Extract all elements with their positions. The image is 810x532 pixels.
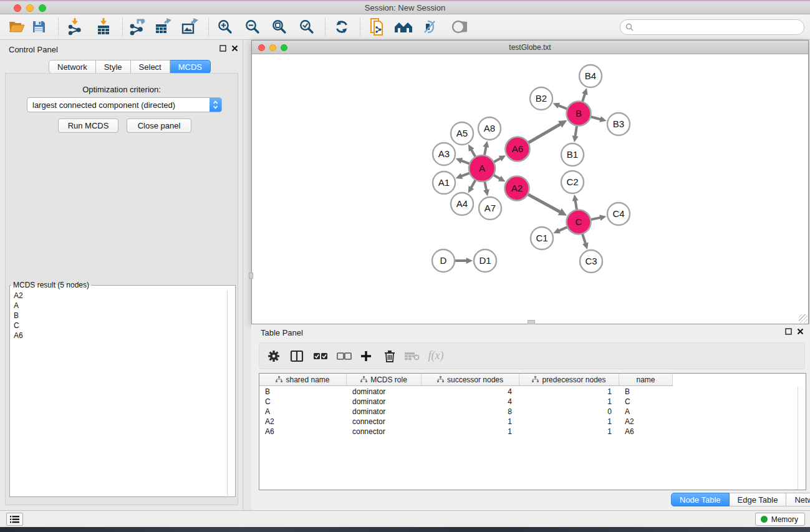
graph-node-A[interactable]: A <box>469 155 495 181</box>
edge-B-B4[interactable] <box>582 93 586 102</box>
graph-node-D[interactable]: D <box>432 249 455 272</box>
network-window-titlebar[interactable]: testGlobe.txt <box>252 41 808 54</box>
refresh-view-button[interactable] <box>331 16 352 37</box>
result-item[interactable]: A2 <box>11 291 227 301</box>
graph-node-C2[interactable]: C2 <box>561 171 584 193</box>
open-session-button[interactable] <box>6 16 27 37</box>
edge-C-C2[interactable] <box>575 200 577 210</box>
save-session-button[interactable] <box>28 16 49 37</box>
mcds-result-list[interactable]: A2ABCA6 <box>11 291 227 496</box>
graph-node-B2[interactable]: B2 <box>530 87 552 110</box>
network-view-window[interactable]: testGlobe.txt AA1A2A3A4A5A6A7A8BB1B2B3B4… <box>251 40 809 324</box>
table-tab-network-table[interactable]: Network Table <box>786 493 810 506</box>
result-item[interactable]: A <box>11 301 227 311</box>
zoom-window-button[interactable] <box>39 4 46 12</box>
table-settings-button[interactable] <box>264 346 283 367</box>
graph-node-B4[interactable]: B4 <box>579 65 602 87</box>
task-history-button[interactable] <box>6 513 23 526</box>
graph-node-A1[interactable]: A1 <box>433 172 455 194</box>
network-graph[interactable]: AA1A2A3A4A5A6A7A8BB1B2B3B4CC1C2C3C4DD1 <box>252 55 808 324</box>
zoom-in-button[interactable] <box>215 16 236 37</box>
show-columns-button[interactable] <box>287 346 306 367</box>
tab-network[interactable]: Network <box>49 60 96 74</box>
graph-node-A2[interactable]: A2 <box>505 177 529 201</box>
splitter-handle-horizontal[interactable] <box>528 320 535 324</box>
result-item[interactable]: B <box>11 311 227 321</box>
close-panel-icon[interactable] <box>231 45 238 52</box>
column-header-MCDS-role[interactable]: MCDS role <box>347 374 422 386</box>
memory-button[interactable]: Memory <box>755 513 805 526</box>
table-row[interactable]: Adominator80A <box>259 407 797 417</box>
select-stepper[interactable] <box>210 98 221 112</box>
show-details-button[interactable] <box>448 16 469 37</box>
export-table-button[interactable] <box>152 16 173 37</box>
edge-A-A4[interactable] <box>471 180 476 188</box>
column-header-shared-name[interactable]: shared name <box>259 374 347 386</box>
edge-C-C1[interactable] <box>558 227 567 231</box>
graph-node-C3[interactable]: C3 <box>580 250 602 273</box>
zoom-out-button[interactable] <box>242 16 263 37</box>
deselect-all-columns-button[interactable] <box>335 346 354 367</box>
edge-C-C3[interactable] <box>582 234 586 244</box>
create-column-button[interactable] <box>357 346 375 367</box>
delete-column-button[interactable] <box>380 346 399 367</box>
graph-node-B[interactable]: B <box>567 102 591 126</box>
column-header-name[interactable]: name <box>619 374 673 386</box>
import-table-button[interactable] <box>93 16 114 37</box>
select-all-columns-button[interactable] <box>311 346 330 367</box>
graph-node-A4[interactable]: A4 <box>451 193 473 215</box>
zoom-selected-button[interactable] <box>296 16 317 37</box>
graph-node-D1[interactable]: D1 <box>474 249 496 272</box>
edge-A-A3[interactable] <box>461 160 470 164</box>
delete-table-button[interactable] <box>403 346 422 367</box>
net-minimize-button[interactable] <box>269 44 276 51</box>
node-table[interactable]: shared nameMCDS rolesuccessor nodesprede… <box>259 373 806 490</box>
hide-panels-button[interactable] <box>420 16 441 37</box>
column-header-predecessor-nodes[interactable]: predecessor nodes <box>519 374 619 386</box>
optimization-select[interactable]: largest connected component (directed) <box>27 97 222 112</box>
graph-node-A6[interactable]: A6 <box>506 137 530 162</box>
result-item[interactable]: A6 <box>11 331 227 341</box>
zoom-fit-button[interactable] <box>269 16 290 37</box>
import-network-button[interactable] <box>64 16 85 37</box>
table-row[interactable]: Bdominator41B <box>259 387 797 397</box>
table-body[interactable]: Bdominator41BCdominator41CAdominator80AA… <box>259 387 797 490</box>
search-input[interactable] <box>637 23 804 32</box>
edge-B-B2[interactable] <box>557 105 567 109</box>
edge-A-A5[interactable] <box>471 149 475 157</box>
result-item[interactable]: C <box>11 321 227 331</box>
graph-node-B3[interactable]: B3 <box>607 113 630 135</box>
close-window-button[interactable] <box>14 4 21 12</box>
edge-C-C4[interactable] <box>591 218 601 220</box>
graph-node-B1[interactable]: B1 <box>561 143 584 166</box>
edge-B-B1[interactable] <box>575 125 577 137</box>
table-tab-edge-table[interactable]: Edge Table <box>730 493 787 506</box>
graph-node-A5[interactable]: A5 <box>451 122 473 145</box>
edge-A-A8[interactable] <box>485 146 486 155</box>
network-canvas[interactable]: AA1A2A3A4A5A6A7A8BB1B2B3B4CC1C2C3C4DD1 <box>252 55 808 324</box>
net-close-button[interactable] <box>258 44 265 51</box>
table-row[interactable]: A6connector11A6 <box>259 427 797 437</box>
edge-A-A7[interactable] <box>485 181 486 191</box>
float-panel-icon[interactable] <box>219 45 226 52</box>
run-mcds-button[interactable]: Run MCDS <box>58 118 118 133</box>
graph-node-A8[interactable]: A8 <box>478 117 501 140</box>
tab-style[interactable]: Style <box>96 60 131 74</box>
graph-node-A3[interactable]: A3 <box>433 143 455 165</box>
export-network-button[interactable] <box>126 16 147 37</box>
edge-A-A6[interactable] <box>493 158 501 162</box>
edge-A-A1[interactable] <box>461 173 470 177</box>
window-resize-grip[interactable] <box>799 314 808 323</box>
net-zoom-button[interactable] <box>281 44 287 51</box>
clone-network-button[interactable] <box>367 16 388 37</box>
search-field[interactable] <box>620 19 804 35</box>
table-row[interactable]: A2connector11A2 <box>259 417 797 427</box>
graph-node-A7[interactable]: A7 <box>479 197 501 220</box>
graph-node-C4[interactable]: C4 <box>607 203 630 225</box>
float-panel-icon[interactable] <box>785 328 792 335</box>
minimize-window-button[interactable] <box>26 4 34 12</box>
edge-A-A2[interactable] <box>493 175 501 179</box>
column-header-successor-nodes[interactable]: successor nodes <box>422 374 519 386</box>
graph-node-C1[interactable]: C1 <box>531 227 553 249</box>
home-button[interactable] <box>393 16 414 37</box>
